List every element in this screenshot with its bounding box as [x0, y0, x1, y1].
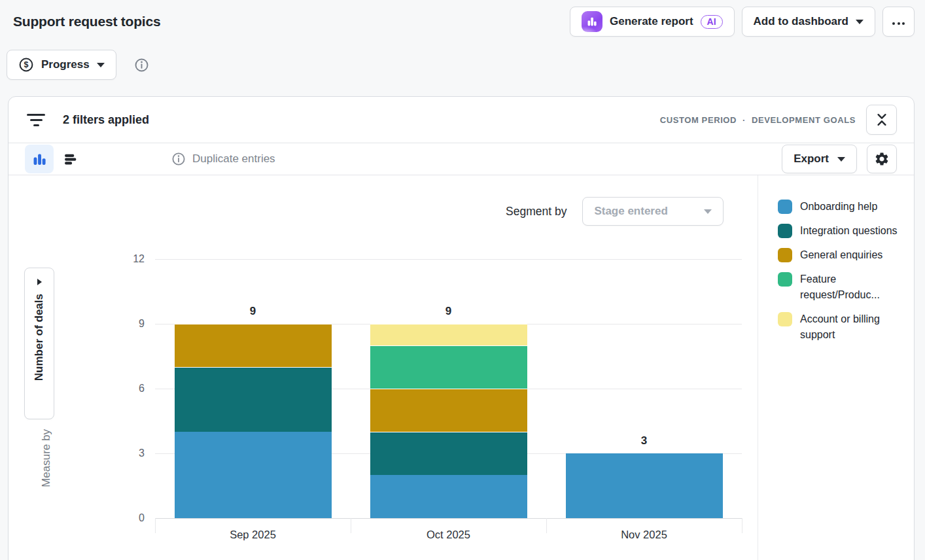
chart-section: Segment by Stage entered Number of deals…: [9, 175, 914, 560]
generate-report-label: Generate report: [610, 15, 693, 28]
legend-item[interactable]: Onboarding help: [778, 199, 911, 215]
bar-segment[interactable]: [370, 389, 527, 432]
metric-label: Progress: [41, 58, 90, 71]
ellipsis-icon: [892, 15, 906, 28]
legend-item[interactable]: Integration questions: [778, 223, 911, 239]
segment-by-label: Segment by: [506, 205, 567, 219]
bar-segment[interactable]: [175, 367, 332, 432]
export-label: Export: [794, 152, 829, 166]
top-bar-actions: Generate report AI Add to dashboard: [570, 7, 915, 37]
export-button[interactable]: Export: [782, 145, 857, 173]
x-axis-tick: [742, 518, 742, 533]
duplicate-entries-note: Duplicate entries: [171, 152, 275, 166]
chevron-down-icon: [97, 63, 105, 67]
filter-tag-separator: ·: [742, 115, 746, 125]
bar-chart-view-button[interactable]: [56, 145, 85, 173]
top-bar: Support request topics Generate report A…: [0, 0, 925, 43]
measure-by-value: Number of deals: [33, 294, 46, 381]
chart-toolbar: Duplicate entries Export: [9, 143, 914, 175]
chevron-down-icon: [856, 20, 864, 24]
legend-item[interactable]: General enquiries: [778, 247, 911, 263]
report-card: 2 filters applied CUSTOM PERIOD · DEVELO…: [8, 96, 915, 560]
segment-by-control: Segment by Stage entered: [506, 197, 724, 226]
filter-row: 2 filters applied CUSTOM PERIOD · DEVELO…: [9, 97, 914, 143]
generate-report-button[interactable]: Generate report AI: [570, 7, 735, 37]
filter-icon[interactable]: [27, 114, 45, 126]
bar-total-label: 9: [351, 305, 546, 318]
y-axis-tick-label: 3: [113, 447, 145, 459]
duplicate-entries-label: Duplicate entries: [192, 152, 275, 166]
ai-bar-chart-icon: [582, 11, 602, 32]
gridline: [155, 259, 742, 260]
y-axis-tick-label: 9: [113, 318, 145, 330]
segment-by-dropdown[interactable]: Stage entered: [582, 197, 724, 226]
horizontal-bar-chart-icon: [63, 151, 79, 167]
insights-report-page: Support request topics Generate report A…: [0, 0, 925, 560]
legend-label: General enquiries: [800, 247, 882, 263]
x-axis-label: Oct 2025: [351, 529, 546, 541]
legend-item[interactable]: Account or billing support: [778, 311, 911, 343]
legend-label: Onboarding help: [800, 199, 877, 215]
ai-badge: AI: [701, 15, 723, 29]
chevron-down-icon: [704, 209, 712, 214]
bar-segment[interactable]: [175, 324, 332, 367]
bar-total-label: 3: [546, 434, 742, 447]
legend-label: Integration questions: [800, 223, 898, 239]
legend-swatch: [778, 272, 792, 287]
legend-item[interactable]: Feature request/Produc...: [778, 271, 911, 303]
x-axis-label: Sep 2025: [155, 529, 351, 541]
gridline: [155, 518, 742, 519]
info-icon[interactable]: [134, 58, 149, 73]
triangle-right-icon: [37, 279, 42, 285]
measure-by-dropdown[interactable]: Number of deals: [24, 268, 54, 419]
legend-swatch: [778, 224, 792, 238]
y-axis-tick-label: 6: [113, 383, 145, 394]
column-chart-icon: [31, 151, 48, 167]
filters-applied-label[interactable]: 2 filters applied: [63, 113, 149, 127]
y-axis-tick-label: 0: [113, 512, 145, 524]
collapse-icon: [873, 111, 890, 128]
svg-text:$: $: [24, 60, 29, 69]
collapse-filters-button[interactable]: [866, 105, 897, 135]
y-axis-tick-label: 12: [113, 253, 145, 265]
legend-label: Account or billing support: [800, 311, 903, 343]
filter-tags: CUSTOM PERIOD · DEVELOPMENT GOALS: [660, 115, 856, 125]
more-options-button[interactable]: [882, 7, 915, 37]
chevron-down-icon: [837, 157, 845, 162]
segment-by-value: Stage entered: [594, 205, 667, 218]
legend-separator: [758, 175, 758, 560]
bar-segment[interactable]: [566, 453, 723, 518]
settings-button[interactable]: [867, 145, 897, 173]
bar-segment[interactable]: [175, 432, 332, 518]
page-title: Support request topics: [13, 14, 160, 29]
dollar-circle-icon: $: [18, 57, 34, 73]
measure-metric-dropdown[interactable]: $ Progress: [7, 50, 116, 80]
x-axis-label: Nov 2025: [546, 529, 742, 541]
bar-segment[interactable]: [370, 475, 527, 518]
bar-total-label: 9: [155, 305, 351, 318]
filter-tag-goals: DEVELOPMENT GOALS: [752, 115, 856, 125]
gear-icon: [874, 151, 890, 167]
legend-swatch: [778, 312, 792, 326]
bar-segment[interactable]: [370, 324, 527, 345]
legend-swatch: [778, 200, 792, 214]
metric-row: $ Progress: [7, 50, 149, 80]
chart-plot-area: 0369129Sep 20259Oct 20253Nov 2025: [155, 259, 742, 518]
add-to-dashboard-button[interactable]: Add to dashboard: [742, 7, 875, 37]
bar-segment[interactable]: [370, 432, 527, 475]
info-icon[interactable]: [171, 152, 186, 166]
bar-segment[interactable]: [370, 345, 527, 389]
filter-tag-period: CUSTOM PERIOD: [660, 115, 737, 125]
legend-label: Feature request/Produc...: [800, 271, 903, 303]
chart-legend: Onboarding helpIntegration questionsGene…: [778, 199, 911, 343]
add-to-dashboard-label: Add to dashboard: [754, 15, 848, 28]
legend-swatch: [778, 248, 792, 262]
measure-by-label: Measure by: [40, 429, 53, 487]
column-chart-view-button[interactable]: [25, 145, 54, 173]
